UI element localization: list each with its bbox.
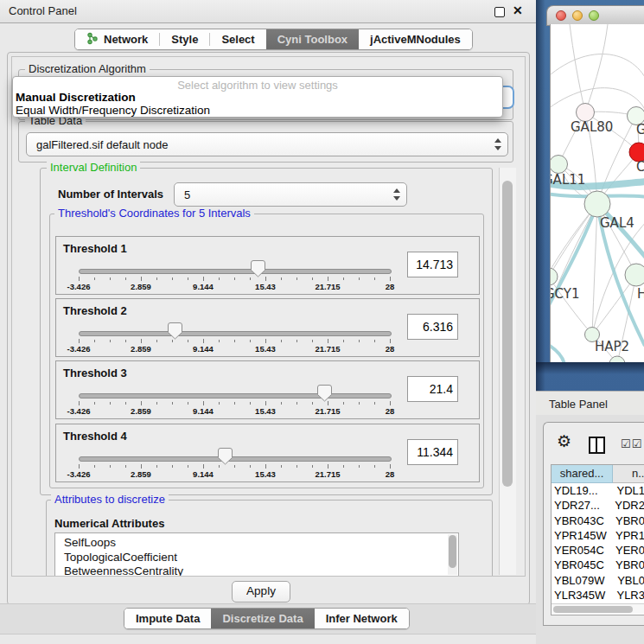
threshold-4-slider[interactable] (79, 456, 392, 462)
table-data-combobox[interactable]: galFiltered.sif default node (26, 132, 508, 156)
tab-style[interactable]: Style (160, 29, 209, 49)
threshold-3-thumb[interactable] (317, 385, 332, 402)
attribute-list-item[interactable]: BetweennessCentrality (55, 564, 458, 577)
minimize-traffic-light-icon[interactable] (572, 10, 583, 21)
tab-infer-network[interactable]: Infer Network (315, 609, 409, 628)
list-scrollbar[interactable] (448, 534, 457, 575)
column-header-shared-name[interactable]: shared... (552, 465, 613, 483)
slider-tick-labels: -3.4262.8599.14415.4321.71528 (56, 469, 479, 478)
column-layout-icon[interactable] (589, 437, 605, 454)
node-label-gal4: GAL4 (600, 215, 634, 231)
table-panel-title: Table Panel (549, 398, 608, 411)
threshold-3-slider[interactable] (79, 393, 392, 399)
cyni-mode-tabs: Impute Data Discretize Data Infer Networ… (124, 608, 410, 629)
node-gal4[interactable] (584, 191, 610, 217)
threshold-3-label: Threshold 3 (63, 367, 127, 379)
network-graph: GAL80 GAL11 GAL4 GCY1 HAP2 G C H (551, 24, 644, 362)
threshold-1-thumb[interactable] (251, 260, 265, 277)
threshold-4-box: Threshold 4 -3.4262.8599.14415.4321.7152… (55, 424, 480, 482)
table-horizontal-scrollbar[interactable] (552, 603, 644, 614)
threshold-2-thumb[interactable] (168, 322, 182, 340)
apply-button[interactable]: Apply (232, 581, 290, 603)
node-label-partial-g: G (636, 122, 644, 137)
window-title: Control Panel (9, 4, 77, 17)
tab-jactivemnodules[interactable]: jActiveMNodules (359, 29, 472, 49)
node-label-partial-h: H (637, 286, 644, 302)
threshold-2-box: Threshold 2 -3.4262.8599.14415.4321.7152… (55, 298, 480, 357)
tab-select[interactable]: Select (210, 29, 265, 49)
select-columns-icon[interactable]: ☑☑ (621, 437, 642, 450)
control-panel-titlebar: Control Panel ✕ (0, 0, 536, 23)
slider-tick-labels: -3.4262.8599.14415.4321.71528 (56, 344, 479, 353)
tab-cyni-toolbox[interactable]: Cyni Toolbox (266, 29, 359, 49)
node-right[interactable] (625, 264, 644, 286)
algorithm-placeholder-option[interactable]: Select algorithm to view settings (13, 79, 502, 92)
float-window-icon[interactable] (494, 7, 505, 17)
close-icon[interactable]: ✕ (513, 3, 523, 17)
threshold-2-value-field[interactable]: 6.316 (407, 314, 458, 340)
scrollbar-thumb[interactable] (449, 535, 456, 568)
numerical-attributes-list[interactable]: SelfLoopsTopologicalCoefficientBetweenne… (54, 532, 459, 577)
screen: { "window": { "title": "Control Panel", … (0, 0, 644, 644)
node-label-partial-c: C (636, 159, 644, 175)
table-row[interactable]: YER054CYER0 (552, 543, 644, 558)
table-row[interactable]: YBR043CYBR0 (552, 513, 644, 528)
table-panel-body: ⚙ ☑☑ shared... n... YDL19...YDL1YDR27...… (536, 415, 644, 644)
threshold-1-label: Threshold 1 (63, 242, 127, 255)
gear-icon[interactable]: ⚙ (557, 433, 571, 450)
threshold-3-value-field[interactable]: 21.4 (407, 376, 458, 402)
interval-definition-title: Interval Definition (47, 162, 140, 174)
threshold-2-label: Threshold 2 (63, 304, 127, 317)
scrollbar-thumb[interactable] (502, 181, 513, 487)
table-row[interactable]: YBR045CYBR0 (552, 558, 644, 572)
control-panel-window: Control Panel ✕ Network Style Select Cyn… (0, 0, 536, 644)
table-row[interactable]: YDR27...YDR2 (552, 498, 644, 513)
threshold-2-slider[interactable] (79, 331, 392, 336)
discretization-algorithm-title: Discretization Algorithm (25, 63, 150, 75)
table-panel-titlebar: Table Panel (536, 391, 644, 417)
window-shadow (536, 362, 644, 374)
number-of-intervals-value: 5 (184, 188, 190, 201)
table-row[interactable]: YDL19...YDL1 (552, 483, 644, 498)
table-row[interactable]: YBL079WYBL0 (552, 573, 644, 588)
number-of-intervals-label: Number of Intervals (58, 188, 163, 201)
tab-discretize-data[interactable]: Discretize Data (211, 609, 314, 628)
thresholds-group-title: Threshold's Coordinates for 5 Intervals (54, 207, 254, 220)
node-gcy1[interactable] (551, 268, 558, 285)
threshold-4-label: Threshold 4 (63, 430, 127, 443)
threshold-1-box: Threshold 1 -3.4262.8599.14415.4321.7152… (55, 236, 480, 295)
table-data-value: galFiltered.sif default node (36, 138, 168, 151)
network-view-canvas[interactable]: GAL80 GAL11 GAL4 GCY1 HAP2 G C H (550, 24, 644, 362)
threshold-4-value-field[interactable]: 11.344 (407, 439, 458, 465)
threshold-1-value-field[interactable]: 14.713 (407, 252, 458, 277)
table-row[interactable]: YLR345WYLR3 (552, 588, 644, 603)
node-table-body: YDL19...YDL1YDR27...YDR2YBR043CYBR0YPR14… (552, 483, 644, 603)
slider-tick-labels: -3.4262.8599.14415.4321.71528 (56, 406, 479, 415)
tab-impute-data[interactable]: Impute Data (124, 609, 211, 628)
node-gal11[interactable] (551, 156, 568, 174)
option-manual-discretization[interactable]: Manual Discretization (16, 91, 136, 104)
attribute-list-item[interactable]: TopologicalCoefficient (55, 551, 458, 565)
table-header: shared... n... (552, 465, 644, 482)
threshold-1-slider[interactable] (79, 269, 392, 274)
settings-vertical-scrollbar[interactable] (499, 168, 516, 575)
table-row[interactable]: YPR145WYPR1 (552, 528, 644, 543)
node-attribute-table[interactable]: shared... n... YDL19...YDL1YDR27...YDR2Y… (551, 464, 644, 615)
network-window-titlebar[interactable] (546, 5, 644, 26)
scrollbar-thumb[interactable] (553, 606, 633, 613)
network-icon (86, 32, 99, 48)
attribute-list-item[interactable]: SelfLoops (55, 536, 458, 551)
discretize-settings-pane: Discretization Algorithm Table Data galF… (11, 56, 526, 577)
node-label-gcy1: GCY1 (551, 286, 580, 302)
slider-tick-labels: -3.4262.8599.14415.4321.71528 (56, 282, 479, 290)
node-label-gal11: GAL11 (551, 172, 585, 188)
number-of-intervals-combobox[interactable]: 5 (174, 182, 407, 207)
column-header-name[interactable]: n... (613, 465, 644, 483)
threshold-3-box: Threshold 3 -3.4262.8599.14415.4321.7152… (55, 360, 480, 419)
option-equal-width-frequency[interactable]: Equal Width/Frequency Discretization (16, 104, 210, 117)
tab-network[interactable]: Network (75, 29, 159, 49)
attributes-group-title: Attributes to discretize (51, 494, 169, 506)
threshold-4-thumb[interactable] (218, 448, 233, 465)
close-traffic-light-icon[interactable] (556, 10, 566, 21)
zoom-traffic-light-icon[interactable] (589, 10, 599, 21)
